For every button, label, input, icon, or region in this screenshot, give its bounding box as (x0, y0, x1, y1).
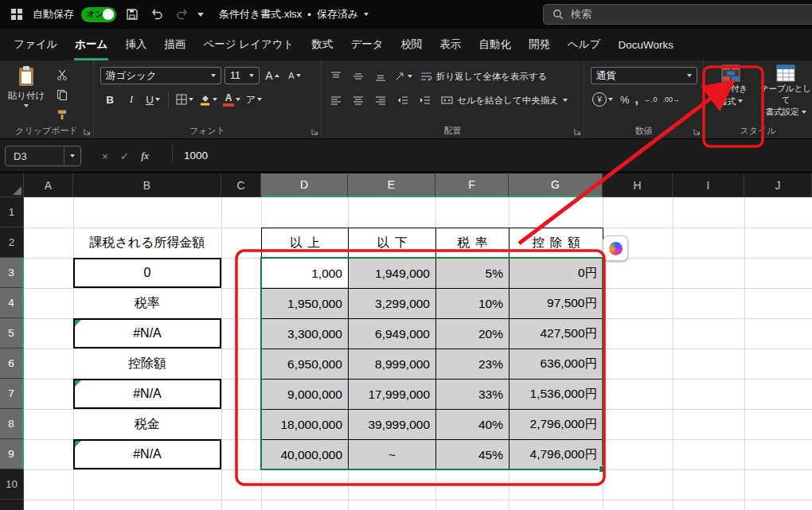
column-header-j[interactable]: J (744, 173, 812, 197)
cell-b9[interactable]: #N/A (73, 439, 221, 469)
row-header-7[interactable]: 7 (0, 379, 24, 409)
table-cell[interactable]: 3,300,000 (262, 319, 349, 349)
number-dialog-launcher-icon[interactable] (693, 128, 701, 135)
column-header-d[interactable]: D (261, 173, 348, 197)
table-cell[interactable]: 636,000円 (509, 349, 603, 380)
cell-b6[interactable]: 控除額 (73, 348, 221, 379)
table-header-cell[interactable]: 控除額 (509, 228, 603, 259)
row-header-3[interactable]: 3 (0, 258, 24, 288)
table-cell[interactable]: 1,000 (262, 259, 349, 289)
table-cell[interactable]: 9,000,000 (262, 380, 349, 410)
row-header-9[interactable]: 9 (0, 439, 24, 469)
save-icon[interactable] (123, 6, 141, 23)
row-header-8[interactable]: 8 (0, 409, 24, 439)
phonetic-button[interactable]: ア (244, 91, 264, 108)
tab-developer[interactable]: 開発 (520, 29, 559, 60)
fill-handle[interactable] (599, 465, 606, 473)
align-center-button[interactable] (349, 91, 368, 109)
table-cell[interactable]: 6,949,000 (349, 319, 436, 349)
fill-color-button[interactable] (197, 91, 219, 108)
cell-b5[interactable]: #N/A (73, 318, 221, 348)
column-header-e[interactable]: E (348, 173, 435, 197)
formula-input[interactable]: 1000 (184, 139, 208, 171)
column-header-g[interactable]: G (509, 173, 603, 197)
table-cell[interactable]: 18,000,000 (262, 410, 349, 440)
row-header-1[interactable]: 1 (0, 197, 24, 228)
tab-help[interactable]: ヘルプ (559, 29, 609, 60)
table-cell[interactable]: 10% (436, 289, 509, 319)
undo-icon[interactable] (148, 6, 166, 23)
column-header-a[interactable]: A (24, 173, 73, 197)
table-cell[interactable]: 40,000,000 (262, 440, 349, 470)
column-header-b[interactable]: B (73, 173, 221, 197)
cell-b8[interactable]: 税金 (73, 409, 221, 439)
increase-decimal-button[interactable]: ←.0 (644, 95, 658, 103)
autosave-toggle[interactable]: オン (81, 7, 116, 22)
document-title[interactable]: 条件付き書式.xlsx • 保存済み (219, 7, 369, 21)
quick-access-chevron-icon[interactable] (197, 13, 204, 17)
table-cell[interactable]: 2,796,000円 (509, 410, 603, 440)
increase-indent-button[interactable] (416, 91, 435, 109)
tab-page-layout[interactable]: ページ レイアウト (194, 29, 303, 60)
table-cell[interactable]: 23% (436, 349, 509, 380)
table-cell[interactable]: 20% (436, 319, 509, 349)
table-cell[interactable]: 1,949,000 (349, 259, 436, 289)
copilot-icon[interactable] (603, 236, 628, 261)
insert-function-icon[interactable]: fx (141, 150, 149, 162)
orientation-button[interactable] (393, 68, 414, 85)
decrease-indent-button[interactable] (393, 91, 412, 109)
row-header-6[interactable]: 6 (0, 348, 24, 379)
align-bottom-button[interactable] (371, 68, 390, 85)
decrease-decimal-button[interactable]: .00→ (663, 95, 681, 103)
table-cell[interactable]: 5% (436, 259, 509, 289)
align-top-button[interactable] (326, 68, 345, 85)
row-header-10[interactable]: 10 (0, 469, 24, 500)
row-header-11-partial[interactable] (0, 500, 24, 510)
cell-b7[interactable]: #N/A (73, 379, 221, 409)
tab-draw[interactable]: 描画 (155, 29, 194, 60)
table-cell[interactable]: 8,999,000 (349, 349, 436, 380)
cancel-icon[interactable]: × (102, 150, 108, 162)
tab-docuworks[interactable]: DocuWorks (609, 29, 682, 60)
table-cell[interactable]: 1,536,000円 (509, 380, 603, 410)
font-name-combo[interactable]: 游ゴシック (100, 67, 221, 84)
row-header-5[interactable]: 5 (0, 318, 24, 348)
font-dialog-launcher-icon[interactable] (311, 128, 318, 135)
borders-button[interactable] (174, 91, 195, 108)
table-cell[interactable]: 4,796,000円 (509, 440, 603, 470)
table-header-cell[interactable]: 以上 (262, 228, 349, 259)
conditional-formatting-button[interactable]: 条件付き 書式 (706, 64, 755, 118)
select-all-corner[interactable] (0, 173, 24, 197)
cell-b2[interactable]: 課税される所得金額 (73, 228, 221, 258)
table-cell[interactable]: 39,999,000 (349, 410, 436, 440)
merge-center-button[interactable]: セルを結合して中央揃え (438, 91, 571, 110)
table-cell[interactable]: ~ (349, 440, 436, 470)
table-cell[interactable]: 6,950,000 (262, 349, 349, 380)
table-cell[interactable]: 17,999,000 (349, 380, 436, 410)
alignment-dialog-launcher-icon[interactable] (574, 128, 581, 135)
table-cell[interactable]: 40% (436, 410, 509, 440)
table-cell[interactable]: 3,299,000 (349, 289, 436, 319)
name-box[interactable]: D3 (5, 146, 81, 166)
redo-icon[interactable] (173, 6, 190, 23)
paste-button[interactable]: 貼り付け (6, 65, 46, 121)
table-cell[interactable]: 427,500円 (509, 319, 603, 349)
accounting-format-button[interactable]: ¥ (591, 91, 615, 108)
clipboard-dialog-launcher-icon[interactable] (84, 128, 91, 135)
cell-b4[interactable]: 税率 (73, 288, 221, 318)
tab-review[interactable]: 校閲 (392, 29, 431, 60)
bold-button[interactable]: B (100, 91, 119, 108)
app-menu-icon[interactable] (8, 6, 25, 23)
tab-insert[interactable]: 挿入 (116, 29, 155, 60)
table-cell[interactable]: 97,500円 (509, 289, 603, 319)
table-cell[interactable]: 33% (436, 380, 509, 410)
copy-button[interactable] (54, 88, 70, 102)
decrease-font-button[interactable]: A (285, 67, 304, 84)
cut-button[interactable] (54, 68, 70, 82)
column-header-h[interactable]: H (603, 173, 673, 197)
tab-home[interactable]: ホーム (66, 29, 116, 60)
underline-button[interactable]: U (143, 91, 162, 108)
tab-view[interactable]: 表示 (431, 29, 470, 60)
enter-icon[interactable]: ✓ (120, 150, 129, 162)
search-box[interactable]: 検索 (543, 4, 812, 25)
